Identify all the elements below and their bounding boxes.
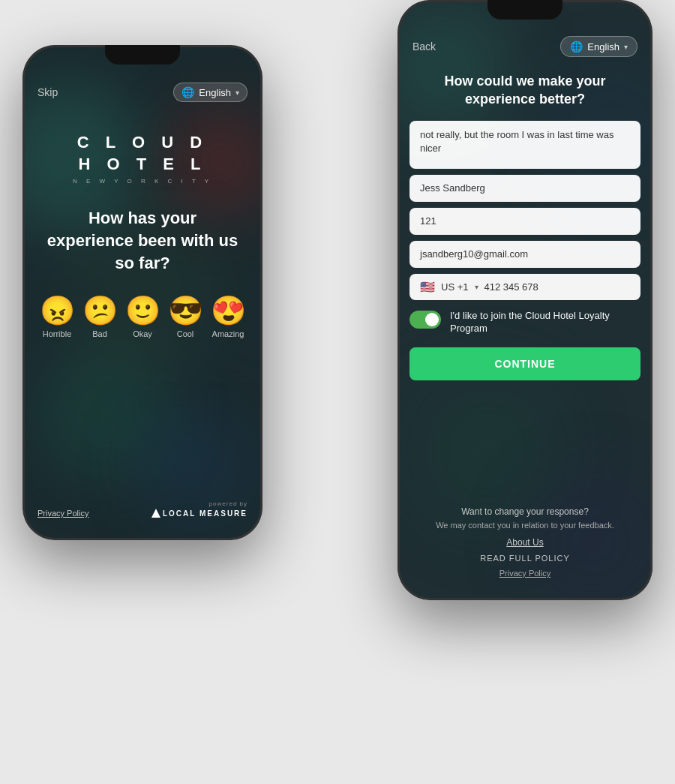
powered-label: powered by — [209, 500, 248, 507]
okay-label: Okay — [133, 329, 152, 338]
bad-label: Bad — [92, 329, 107, 338]
country-code: US +1 — [441, 281, 469, 293]
notch-right — [488, 0, 562, 20]
read-policy-text: READ FULL POLICY — [410, 554, 640, 563]
right-screen: Back 🌐 English ▾ How could we make your … — [398, 0, 652, 600]
globe-icon-right: 🌐 — [570, 41, 583, 53]
emoji-cool[interactable]: 😎 Cool — [168, 296, 203, 338]
lang-text-left: English — [199, 87, 231, 98]
left-question: How has your experience been with us so … — [22, 185, 262, 289]
chevron-down-icon: ▾ — [236, 89, 239, 97]
emoji-okay[interactable]: 🙂 Okay — [125, 296, 160, 338]
loyalty-text: I'd like to join the Cloud Hotel Loyalty… — [450, 309, 640, 335]
privacy-policy-link-right[interactable]: Privacy Policy — [500, 569, 550, 578]
toggle-thumb — [425, 313, 439, 326]
back-button[interactable]: Back — [412, 41, 436, 53]
country-chevron-icon: ▾ — [475, 283, 478, 291]
logo-line1: C L O U D — [73, 132, 212, 154]
language-selector-right[interactable]: 🌐 English ▾ — [560, 36, 638, 57]
globe-icon: 🌐 — [182, 86, 194, 98]
logo-subtitle: N E W Y O R K C I T Y — [73, 178, 212, 185]
amazing-face: 😍 — [211, 296, 246, 325]
local-measure-brand: LOCAL MEASURE — [152, 509, 248, 518]
right-question: How could we make your experience better… — [398, 66, 652, 121]
form-area: not really, but the room I was in last t… — [398, 121, 652, 500]
emoji-bad[interactable]: 😕 Bad — [82, 296, 118, 338]
contact-note-text: We may contact you in relation to your f… — [410, 520, 640, 531]
chevron-down-icon-right: ▾ — [624, 43, 628, 51]
local-measure-icon — [152, 509, 160, 518]
loyalty-row: I'd like to join the Cloud Hotel Loyalty… — [410, 306, 640, 338]
bad-face: 😕 — [82, 296, 118, 325]
skip-button[interactable]: Skip — [38, 86, 58, 98]
horrible-label: Horrible — [43, 329, 72, 338]
local-measure-text: LOCAL MEASURE — [163, 509, 248, 518]
about-us-link[interactable]: About Us — [410, 537, 640, 548]
name-field[interactable]: Jess Sandberg — [410, 175, 640, 202]
notch-left — [105, 45, 180, 65]
horrible-face: 😠 — [40, 296, 75, 325]
right-footer: Want to change your response? We may con… — [398, 500, 652, 600]
continue-button[interactable]: CONTINUE — [410, 347, 640, 380]
flag-icon: 🇺🇸 — [420, 280, 435, 294]
room-field[interactable]: 121 — [410, 208, 640, 235]
feedback-textarea[interactable]: not really, but the room I was in last t… — [410, 121, 640, 169]
powered-by: powered by LOCAL MEASURE — [152, 500, 248, 518]
cool-face: 😎 — [168, 296, 203, 325]
left-footer: Privacy Policy powered by LOCAL MEASURE — [22, 500, 262, 518]
privacy-policy-link-left[interactable]: Privacy Policy — [38, 509, 88, 518]
change-response-text: Want to change your response? — [410, 506, 640, 517]
phone-right: Back 🌐 English ▾ How could we make your … — [398, 0, 652, 600]
left-screen: Skip 🌐 English ▾ C L O U D H O T E L N E… — [22, 45, 262, 540]
phone-input-row[interactable]: 🇺🇸 US +1 ▾ 412 345 678 — [410, 274, 640, 300]
emoji-amazing[interactable]: 😍 Amazing — [211, 296, 246, 338]
okay-face: 🙂 — [125, 296, 160, 325]
emoji-horrible[interactable]: 😠 Horrible — [40, 296, 75, 338]
phone-number-value: 412 345 678 — [484, 281, 631, 293]
logo-line2: H O T E L — [73, 154, 212, 176]
emoji-row: 😠 Horrible 😕 Bad 🙂 Okay 😎 Cool 😍 Amazing — [40, 296, 246, 338]
cool-label: Cool — [177, 329, 194, 338]
email-field[interactable]: jsandberg10@gmail.com — [410, 241, 640, 268]
logo-area: C L O U D H O T E L N E W Y O R K C I T … — [73, 132, 212, 185]
lang-text-right: English — [587, 41, 620, 53]
loyalty-toggle[interactable] — [410, 311, 441, 329]
language-selector-left[interactable]: 🌐 English ▾ — [173, 83, 248, 102]
amazing-label: Amazing — [212, 329, 244, 338]
phone-left: Skip 🌐 English ▾ C L O U D H O T E L N E… — [22, 45, 262, 540]
